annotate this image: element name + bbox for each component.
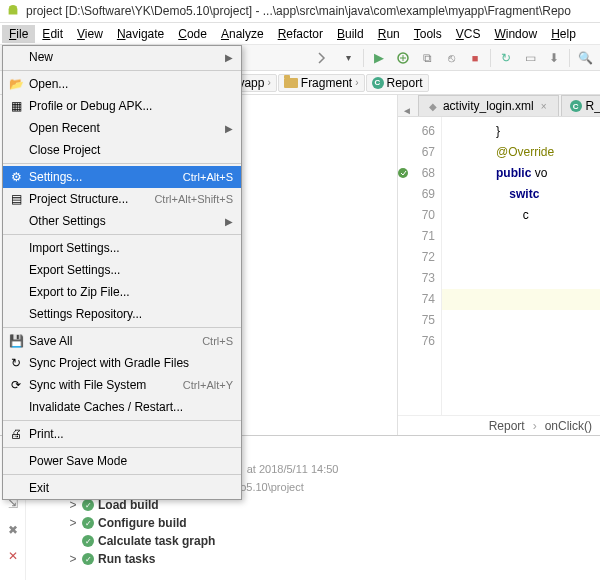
print-icon: 🖨: [7, 426, 25, 442]
sync-icon: ↻: [7, 355, 25, 371]
status-ok-icon: ✓: [82, 553, 94, 565]
blank-icon: [7, 480, 25, 496]
crumb-report[interactable]: CReport: [366, 74, 429, 92]
menu-item-settings-repository[interactable]: Settings Repository...: [3, 303, 241, 325]
menu-item-invalidate-caches-restart[interactable]: Invalidate Caches / Restart...: [3, 396, 241, 418]
close-icon[interactable]: ✕: [5, 548, 21, 564]
status-ok-icon: ✓: [82, 499, 94, 511]
app-logo-icon: [6, 4, 20, 18]
editor-tabs: ◄ ◆activity_login.xml×CR_report_A: [398, 95, 600, 117]
menu-refactor[interactable]: Refactor: [271, 25, 330, 43]
blank-icon: [7, 49, 25, 65]
attach-button[interactable]: ⎋: [440, 47, 462, 69]
editor-breadcrumb: Report › onClick(): [398, 415, 600, 435]
menu-item-close-project[interactable]: Close Project: [3, 139, 241, 161]
profile-button[interactable]: ⧉: [416, 47, 438, 69]
blank-icon: [7, 399, 25, 415]
svg-point-3: [398, 168, 408, 178]
settings-icon[interactable]: ✖: [5, 522, 21, 538]
settings-icon: ⚙: [7, 169, 25, 185]
editor-tab[interactable]: CR_report_A: [561, 95, 600, 116]
menu-analyze[interactable]: Analyze: [214, 25, 271, 43]
stop-button[interactable]: ■: [464, 47, 486, 69]
blank-icon: [7, 240, 25, 256]
menu-item-sync-with-file-system[interactable]: ⟳Sync with File SystemCtrl+Alt+Y: [3, 374, 241, 396]
blank-icon: [7, 213, 25, 229]
menu-item-settings[interactable]: ⚙Settings...Ctrl+Alt+S: [3, 166, 241, 188]
file-menu-dropdown: New▶📂Open...▦Profile or Debug APK...Open…: [2, 45, 242, 500]
menu-item-new[interactable]: New▶: [3, 46, 241, 68]
menu-help[interactable]: Help: [544, 25, 583, 43]
run-button[interactable]: ▶: [368, 47, 390, 69]
menu-item-save-all[interactable]: 💾Save AllCtrl+S: [3, 330, 241, 352]
menu-file[interactable]: File: [2, 25, 35, 43]
blank-icon: [7, 120, 25, 136]
window-title: project [D:\Software\YK\Demo5.10\project…: [26, 4, 571, 18]
debug-button[interactable]: [392, 47, 414, 69]
build-node[interactable]: >✓Run tasks: [32, 550, 594, 568]
twisty-icon[interactable]: >: [68, 516, 78, 530]
sync-button[interactable]: ↻: [495, 47, 517, 69]
blank-icon: [7, 142, 25, 158]
crumb-fragment[interactable]: Fragment›: [278, 74, 365, 92]
menu-bar: FileEditViewNavigateCodeAnalyzeRefactorB…: [0, 23, 600, 45]
menu-item-print[interactable]: 🖨Print...: [3, 423, 241, 445]
menu-run[interactable]: Run: [371, 25, 407, 43]
override-marker-icon[interactable]: [398, 166, 410, 180]
menu-item-profile-or-debug-apk[interactable]: ▦Profile or Debug APK...: [3, 95, 241, 117]
twisty-icon[interactable]: >: [68, 552, 78, 566]
close-tab-icon[interactable]: ×: [538, 100, 550, 112]
menu-item-other-settings[interactable]: Other Settings▶: [3, 210, 241, 232]
menu-item-export-settings[interactable]: Export Settings...: [3, 259, 241, 281]
menu-build[interactable]: Build: [330, 25, 371, 43]
twisty-icon[interactable]: >: [68, 498, 78, 512]
structure-icon: ▤: [7, 191, 25, 207]
blank-icon: [7, 453, 25, 469]
menu-code[interactable]: Code: [171, 25, 214, 43]
refresh-icon: ⟳: [7, 377, 25, 393]
sdk-button[interactable]: ⬇: [543, 47, 565, 69]
menu-item-export-to-zip-file[interactable]: Export to Zip File...: [3, 281, 241, 303]
status-ok-icon: ✓: [82, 535, 94, 547]
avd-button[interactable]: ▭: [519, 47, 541, 69]
build-node[interactable]: ✓Calculate task graph: [32, 532, 594, 550]
menu-item-open-recent[interactable]: Open Recent▶: [3, 117, 241, 139]
open-icon: 📂: [7, 76, 25, 92]
crumb-class[interactable]: Report: [489, 419, 525, 433]
editor-tab[interactable]: ◆activity_login.xml×: [418, 95, 559, 116]
device-selector[interactable]: ▾: [337, 47, 359, 69]
tab-scroll-left-icon[interactable]: ◄: [398, 105, 416, 116]
menu-item-project-structure[interactable]: ▤Project Structure...Ctrl+Alt+Shift+S: [3, 188, 241, 210]
menu-item-open[interactable]: 📂Open...: [3, 73, 241, 95]
menu-item-sync-project-with-gradle-files[interactable]: ↻Sync Project with Gradle Files: [3, 352, 241, 374]
menu-view[interactable]: View: [70, 25, 110, 43]
menu-item-exit[interactable]: Exit: [3, 477, 241, 499]
menu-item-import-settings[interactable]: Import Settings...: [3, 237, 241, 259]
save-icon: 💾: [7, 333, 25, 349]
menu-vcs[interactable]: VCS: [449, 25, 488, 43]
code-area[interactable]: } @Override public vo switc c: [442, 117, 600, 415]
search-button[interactable]: 🔍: [574, 47, 596, 69]
menu-item-power-save-mode[interactable]: Power Save Mode: [3, 450, 241, 472]
crumb-method[interactable]: onClick(): [545, 419, 592, 433]
title-bar: project [D:\Software\YK\Demo5.10\project…: [0, 0, 600, 23]
line-gutter: 6667686970717273747576: [398, 117, 442, 415]
editor-panel: ◄ ◆activity_login.xml×CR_report_A 666768…: [398, 95, 600, 435]
make-button[interactable]: [313, 47, 335, 69]
editor-body[interactable]: 6667686970717273747576 } @Override publi…: [398, 117, 600, 415]
menu-tools[interactable]: Tools: [407, 25, 449, 43]
blank-icon: [7, 284, 25, 300]
menu-window[interactable]: Window: [487, 25, 544, 43]
twisty-icon[interactable]: [68, 534, 78, 548]
apk-icon: ▦: [7, 98, 25, 114]
build-node[interactable]: >✓Configure build: [32, 514, 594, 532]
menu-navigate[interactable]: Navigate: [110, 25, 171, 43]
menu-edit[interactable]: Edit: [35, 25, 70, 43]
blank-icon: [7, 306, 25, 322]
blank-icon: [7, 262, 25, 278]
status-ok-icon: ✓: [82, 517, 94, 529]
svg-point-1: [15, 6, 17, 8]
svg-point-0: [10, 6, 12, 8]
